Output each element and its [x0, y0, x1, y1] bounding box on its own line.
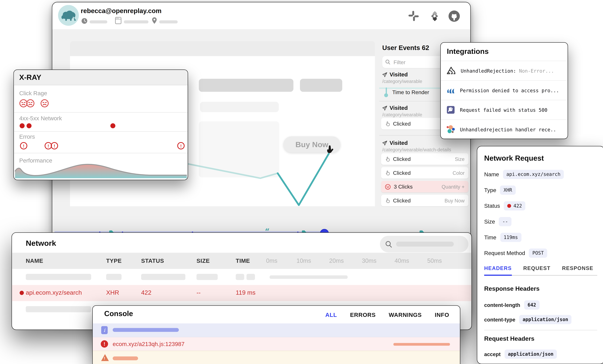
info-message-skeleton — [113, 328, 179, 332]
network-row-skeleton[interactable] — [12, 269, 471, 285]
request-status: 422 — [141, 289, 151, 296]
network-table-header: NAME TYPE STATUS SIZE TIME 0ms 10ms 20ms… — [12, 253, 471, 269]
location-skeleton — [159, 20, 178, 23]
divider — [14, 112, 188, 112]
sentry-icon — [446, 66, 456, 75]
github-icon[interactable] — [448, 10, 461, 23]
error-icon[interactable]: ! — [177, 142, 185, 149]
network-error-dot[interactable] — [20, 123, 25, 128]
user-events-title: User Events 62 — [382, 44, 429, 52]
col-size: SIZE — [197, 257, 210, 264]
integrations-panel: Integrations UnhandledRejection: Non-Err… — [440, 42, 568, 139]
event-clicked-color-card[interactable]: Clicked Color — [381, 167, 468, 179]
console-warning-row[interactable] — [93, 351, 460, 364]
error-message-skeleton — [393, 343, 450, 346]
field-name-value: api.ecom.xyz/search — [503, 170, 564, 179]
event-path: /category/wearable — [382, 79, 422, 84]
col-name: NAME — [26, 257, 43, 264]
field-status-value: 422 — [504, 201, 525, 210]
console-tab-all[interactable]: ALL — [325, 311, 337, 318]
event-clicked-buynow-card[interactable]: Clicked Buy Now — [381, 195, 468, 206]
rhino-avatar-icon — [58, 5, 79, 26]
network-request-panel: Network Request Name api.ecom.xyz/search… — [477, 146, 603, 364]
angry-face-icon[interactable] — [40, 99, 49, 108]
col-type: TYPE — [106, 257, 122, 264]
field-status: Status 422 — [484, 200, 525, 212]
field-type: Type XHR — [484, 184, 516, 196]
warning-icon — [101, 354, 109, 361]
skeleton-block — [199, 79, 293, 92]
console-error-row[interactable]: ! ecom.xyz/a213qh.js:123987 — [93, 337, 460, 351]
clock-icon — [81, 18, 88, 25]
network-error-dot[interactable] — [27, 123, 32, 128]
blue-waves-icon — [446, 86, 455, 95]
tab-headers[interactable]: HEADERS — [484, 265, 512, 276]
event-visited-2[interactable]: Visited — [382, 105, 408, 111]
field-name: Name api.ecom.xyz/search — [484, 169, 564, 180]
tab-response[interactable]: RESPONSE — [562, 265, 593, 275]
divider — [14, 153, 188, 153]
field-size-value: -- — [499, 217, 512, 226]
field-size: Size -- — [484, 216, 511, 228]
status-error-dot — [507, 204, 511, 208]
request-type: XHR — [106, 289, 119, 296]
page-header-skeleton — [70, 41, 375, 56]
console-tabs: ALL ERRORS WARNINGS INFO — [325, 306, 449, 323]
datadog-icon — [446, 105, 455, 115]
event-visited-3[interactable]: Visited — [382, 140, 408, 146]
xray-errors-label: Errors — [19, 133, 35, 140]
location-pin-icon — [151, 17, 158, 24]
click-finger-icon — [385, 121, 390, 126]
header-content-length: content-length 642 — [484, 299, 540, 311]
integration-row-datadog[interactable]: Request failed with status 500 — [441, 100, 568, 120]
divider — [14, 131, 188, 132]
console-tab-info[interactable]: INFO — [435, 311, 449, 318]
xray-click-rage-label: Click Rage — [19, 90, 47, 97]
search-icon — [385, 59, 391, 65]
request-name: api.ecom.xyz/search — [26, 289, 82, 296]
header-accept: accept application/json — [484, 348, 557, 360]
timing-col: 30ms — [362, 257, 376, 264]
buy-now-button[interactable]: Buy Now — [283, 136, 340, 153]
performance-area-chart — [14, 161, 187, 179]
console-panel: Console ALL ERRORS WARNINGS INFO i ! eco… — [92, 305, 460, 364]
field-type-value: XHR — [500, 186, 516, 195]
request-time: 119 ms — [236, 289, 255, 296]
header-content-type: content-type application/json — [484, 314, 572, 325]
error-icon[interactable]: ! — [20, 142, 27, 149]
console-error-source: ecom.xyz/a213qh.js:123987 — [113, 341, 185, 347]
skeleton-image-block — [199, 121, 279, 177]
elastic-icon — [446, 125, 455, 134]
jira-icon[interactable] — [428, 10, 441, 23]
console-info-row[interactable]: i — [93, 323, 460, 337]
event-visited-1[interactable]: Visited — [382, 71, 408, 77]
time-to-render-label[interactable]: Time to Render — [392, 89, 429, 95]
angry-face-icon — [385, 184, 391, 189]
console-tab-warnings[interactable]: WARNINGS — [389, 311, 422, 318]
console-tab-errors[interactable]: ERRORS — [350, 311, 376, 318]
angry-face-icon[interactable] — [26, 99, 35, 108]
event-rage-click-card[interactable]: 3 Clicks Quantity + — [381, 181, 468, 192]
col-status: STATUS — [141, 257, 164, 264]
error-icon[interactable]: ! — [51, 142, 58, 149]
divider — [484, 330, 597, 330]
integrations-title: Integrations — [447, 47, 489, 56]
user-events-count: 62 — [422, 44, 429, 52]
integration-row-elastic[interactable]: Unhandledrejection handler rece.. — [441, 120, 568, 139]
field-request-method: Request Method POST — [484, 247, 547, 259]
xray-title: X-RAY — [14, 70, 188, 85]
navigate-icon — [382, 141, 387, 145]
integration-row-waves[interactable]: Permission denied to access pro... — [441, 80, 568, 100]
session-header: rebecca@openreplay.com — [52, 2, 470, 30]
browser-name-skeleton — [124, 20, 148, 23]
time-to-render-stem — [386, 88, 387, 94]
network-row-failed-request[interactable]: api.ecom.xyz/search XHR 422 -- 119 ms — [12, 285, 471, 301]
session-duration-skeleton — [90, 20, 107, 23]
network-search-box[interactable] — [380, 236, 468, 252]
tab-request[interactable]: REQUEST — [523, 265, 550, 275]
slack-icon[interactable] — [408, 10, 421, 23]
integration-row-sentry[interactable]: UnhandledRejection: Non-Error... — [441, 61, 568, 80]
field-method-value: POST — [529, 248, 547, 258]
network-error-dot[interactable] — [110, 123, 116, 128]
event-clicked-size-card[interactable]: Clicked Size — [381, 153, 468, 165]
